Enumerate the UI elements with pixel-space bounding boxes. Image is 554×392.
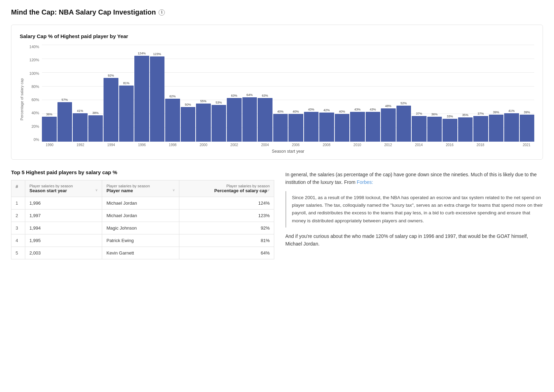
bar[interactable] [134,56,149,142]
bar[interactable] [57,102,72,142]
bar[interactable] [104,78,118,142]
bar[interactable] [42,117,57,142]
bar[interactable] [520,115,535,142]
bar-label: 36% [46,113,52,116]
y-axis-tick: 80% [25,84,39,89]
bar[interactable] [458,117,473,142]
bar-group[interactable]: 43% [366,108,381,142]
bar[interactable] [242,97,257,142]
bar-group[interactable]: 43% [350,108,365,142]
bar[interactable] [319,113,334,142]
bar-group[interactable]: 92% [104,74,118,142]
bar[interactable] [258,98,272,142]
bar[interactable] [473,116,488,142]
sort-icon-season[interactable]: ∨ [95,188,98,192]
bar-group[interactable]: 37% [473,112,488,142]
data-table: # Player salaries by season Season start… [11,180,274,259]
bar[interactable] [196,104,211,142]
bar-group[interactable]: 40% [288,110,303,142]
col-season[interactable]: Player salaries by season Season start y… [25,180,102,197]
bar-label: 55% [200,99,206,103]
bar-group[interactable]: 53% [212,101,226,142]
bar-group[interactable]: 55% [196,99,211,142]
bar-group[interactable]: 35% [458,113,473,142]
bar[interactable] [366,112,381,142]
bar-group[interactable]: 36% [42,113,57,142]
y-axis-tick: 0% [25,137,39,142]
bar-label: 63% [262,94,268,97]
bar[interactable] [396,106,411,142]
x-axis-tick: 1990 [42,143,57,147]
bar-group[interactable]: 36% [427,113,442,142]
bar[interactable] [443,119,457,142]
bar[interactable] [73,113,88,142]
bar-group[interactable]: 33% [443,115,457,142]
x-axis-tick: 1994 [104,143,119,147]
col-player[interactable]: Player salaries by season Player name ∨ [102,180,179,197]
bar[interactable] [119,86,134,142]
bar-group[interactable]: 124% [134,52,149,142]
x-axis-tick [150,143,165,147]
col-pct[interactable]: Player salaries by season Percentage of … [179,180,274,197]
bar-group[interactable]: 63% [227,94,242,142]
bar-group[interactable]: 57% [57,98,72,142]
bar-group[interactable]: 41% [73,109,88,142]
cell-pct: 92% [179,222,274,234]
x-axis-tick [503,143,519,147]
forbes-link[interactable]: Forbes: [357,179,373,185]
x-axis-tick: 2016 [442,143,457,147]
bar[interactable] [88,115,103,142]
bar[interactable] [489,115,504,142]
bar-group[interactable]: 40% [335,110,350,142]
x-axis-tick [180,143,196,147]
bar-label: 92% [108,74,114,77]
sort-icon-player[interactable]: ∨ [172,188,175,192]
cell-pct: 124% [179,197,274,210]
bar-group[interactable]: 40% [273,110,288,142]
bar-group[interactable]: 38% [88,111,103,142]
bar-group[interactable]: 42% [319,108,334,142]
bar[interactable] [181,107,196,142]
bar-group[interactable]: 123% [150,52,165,142]
bar-group[interactable]: 39% [489,110,504,142]
bar[interactable] [227,98,242,142]
bar[interactable] [273,114,288,142]
bar[interactable] [288,114,303,142]
cell-player: Michael Jordan [102,210,179,222]
bar[interactable] [427,117,442,142]
bar-group[interactable]: 64% [242,93,257,142]
cell-pct: 123% [179,210,274,222]
bar-group[interactable]: 39% [520,110,535,142]
bar[interactable] [212,105,226,142]
bar-group[interactable]: 50% [181,103,196,142]
sort-icon-pct[interactable]: ∨ [267,188,270,192]
bar-label: 124% [138,52,146,55]
bar[interactable] [150,56,165,142]
bar-group[interactable]: 37% [412,112,427,142]
bar-group[interactable]: 48% [381,104,396,142]
bar-label: 39% [493,110,499,114]
bar[interactable] [381,108,396,142]
x-axis-tick: 1998 [165,143,180,147]
text-paragraph1: In general, the salaries (as percentage … [285,171,543,186]
bar[interactable] [304,112,319,142]
bar-label: 35% [462,113,468,117]
bar[interactable] [412,116,427,142]
bar[interactable] [165,99,180,142]
cell-year: 2,003 [25,247,102,259]
info-icon[interactable]: ℹ [159,9,165,16]
bar-group[interactable]: 81% [119,81,134,142]
bar[interactable] [350,112,365,142]
bar[interactable] [504,113,519,142]
bar[interactable] [335,114,350,142]
bar-group[interactable]: 41% [504,109,519,142]
x-axis-tick: 2010 [350,143,365,147]
x-axis-tick [242,143,257,147]
bar-group[interactable]: 52% [396,101,411,142]
bar-label: 37% [477,112,484,115]
bar-group[interactable]: 62% [165,95,180,142]
bar-group[interactable]: 63% [258,94,272,142]
cell-year: 1,996 [25,197,102,210]
bar-group[interactable]: 43% [304,108,319,142]
x-axis-tick [334,143,349,147]
